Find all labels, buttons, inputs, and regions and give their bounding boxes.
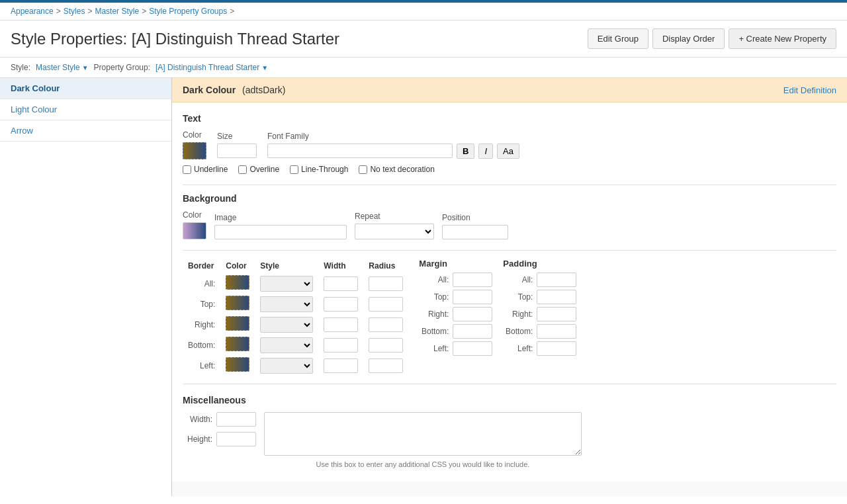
- bg-repeat-label: Repeat: [355, 212, 434, 221]
- overline-checkbox[interactable]: [238, 165, 247, 174]
- style-info-bar: Style: Master Style ▼ Property Group: [A…: [0, 58, 847, 78]
- margin-input-4[interactable]: [453, 341, 492, 356]
- border-style-select-0[interactable]: soliddasheddotteddoublenone: [260, 276, 313, 292]
- sidebar-item-light-colour[interactable]: Light Colour: [0, 99, 171, 120]
- italic-button[interactable]: I: [478, 144, 493, 159]
- padding-row: Left:: [503, 341, 576, 356]
- style-label: Style:: [11, 63, 30, 72]
- padding-title: Padding: [503, 259, 576, 269]
- border-color-swatch-1[interactable]: [226, 296, 249, 310]
- border-style-select-2[interactable]: soliddasheddotteddoublenone: [260, 317, 313, 333]
- padding-row-label: Top:: [503, 292, 533, 302]
- border-style-header: Style: [255, 259, 318, 273]
- border-color-swatch-2[interactable]: [226, 316, 249, 331]
- padding-input-0[interactable]: [537, 273, 576, 287]
- border-color-swatch-3[interactable]: [226, 337, 249, 351]
- padding-input-3[interactable]: [537, 324, 576, 339]
- border-radius-input-4[interactable]: [369, 358, 403, 373]
- group-dropdown[interactable]: [A] Distinguish Thread Starter ▼: [156, 63, 268, 72]
- width-field: Width:: [183, 412, 256, 427]
- bold-button[interactable]: B: [457, 144, 474, 159]
- padding-row: All:: [503, 273, 576, 287]
- border-radius-input-3[interactable]: [369, 338, 403, 353]
- border-style-select-3[interactable]: soliddasheddotteddoublenone: [260, 337, 313, 353]
- padding-input-2[interactable]: [537, 307, 576, 321]
- bg-position-input[interactable]: [442, 225, 508, 239]
- linethrough-checkbox[interactable]: [290, 165, 298, 174]
- border-width-input-3[interactable]: [324, 338, 358, 353]
- width-input[interactable]: [216, 412, 256, 427]
- border-row: All: soliddasheddotteddoublenone: [183, 273, 408, 294]
- additional-css-textarea[interactable]: [264, 412, 582, 456]
- margin-input-2[interactable]: [453, 307, 492, 321]
- main-layout: Dark Colour Light Colour Arrow Dark Colo…: [0, 78, 847, 496]
- text-size-input[interactable]: [217, 144, 257, 158]
- header-buttons: Edit Group Display Order + Create New Pr…: [588, 28, 836, 49]
- border-margin-padding: Border Color Style Width Radius All:: [183, 259, 836, 376]
- font-family-input[interactable]: [267, 144, 453, 158]
- bg-repeat-group: Repeat repeat repeat-x repeat-y no-repea…: [355, 212, 434, 239]
- bg-position-group: Position: [442, 213, 508, 239]
- margin-input-1[interactable]: [453, 290, 492, 304]
- border-row-label: All:: [183, 273, 220, 294]
- border-style-select-4[interactable]: soliddasheddotteddoublenone: [260, 358, 313, 374]
- underline-checkbox-item[interactable]: Underline: [183, 165, 228, 174]
- linethrough-checkbox-item[interactable]: Line-Through: [290, 165, 348, 174]
- margin-input-0[interactable]: [453, 273, 492, 287]
- overline-checkbox-item[interactable]: Overline: [238, 165, 279, 174]
- create-new-property-button[interactable]: + Create New Property: [729, 28, 836, 49]
- misc-left: Width: Height:: [183, 412, 256, 446]
- margin-row: Bottom:: [419, 324, 492, 339]
- border-radius-header: Radius: [363, 259, 408, 273]
- style-dropdown[interactable]: Master Style ▼: [36, 63, 89, 72]
- padding-row: Right:: [503, 307, 576, 321]
- chevron-down-icon: ▼: [82, 64, 89, 71]
- breadcrumb-property-groups[interactable]: Style Property Groups: [149, 7, 227, 16]
- border-color-swatch-0[interactable]: [226, 275, 249, 290]
- breadcrumb-appearance[interactable]: Appearance: [11, 7, 54, 16]
- bg-color-label: Color: [183, 210, 206, 220]
- padding-input-1[interactable]: [537, 290, 576, 304]
- border-color-swatch-4[interactable]: [226, 357, 249, 372]
- sidebar-item-arrow[interactable]: Arrow: [0, 120, 171, 142]
- bg-color-swatch[interactable]: [183, 222, 206, 239]
- property-title: Dark Colour (adtsDark): [183, 85, 285, 95]
- text-color-swatch[interactable]: [183, 142, 206, 159]
- border-radius-input-0[interactable]: [369, 276, 403, 291]
- border-style-select-1[interactable]: soliddasheddotteddoublenone: [260, 296, 313, 312]
- height-input[interactable]: [216, 432, 256, 446]
- edit-group-button[interactable]: Edit Group: [588, 28, 648, 49]
- breadcrumb-styles[interactable]: Styles: [64, 7, 85, 16]
- border-radius-input-2[interactable]: [369, 317, 403, 332]
- divider-1: [183, 185, 836, 185]
- nodecoration-checkbox-item[interactable]: No text decoration: [359, 165, 434, 174]
- border-row-label: Left:: [183, 355, 220, 376]
- misc-section-title: Miscellaneous: [183, 395, 836, 405]
- margin-row: All:: [419, 273, 492, 287]
- margin-row: Right:: [419, 307, 492, 321]
- height-field: Height:: [183, 432, 256, 446]
- underline-checkbox[interactable]: [183, 165, 191, 174]
- css-hint: Use this box to enter any additional CSS…: [264, 458, 582, 471]
- border-width-input-4[interactable]: [324, 358, 358, 373]
- breadcrumb-master-style[interactable]: Master Style: [95, 7, 139, 16]
- font-family-group: Font Family B I Aa: [267, 132, 519, 159]
- chevron-down-icon-2: ▼: [261, 64, 268, 71]
- border-width-input-1[interactable]: [324, 297, 358, 312]
- border-width-input-0[interactable]: [324, 276, 358, 291]
- font-size-button[interactable]: Aa: [497, 144, 519, 159]
- padding-input-4[interactable]: [537, 341, 576, 356]
- bg-position-label: Position: [442, 213, 508, 222]
- height-label: Height:: [183, 435, 212, 444]
- padding-row-label: Right:: [503, 310, 533, 319]
- edit-definition-link[interactable]: Edit Definition: [783, 85, 836, 95]
- bg-repeat-select[interactable]: repeat repeat-x repeat-y no-repeat: [355, 224, 434, 239]
- margin-input-3[interactable]: [453, 324, 492, 339]
- sidebar-item-dark-colour[interactable]: Dark Colour: [0, 78, 171, 99]
- border-width-input-2[interactable]: [324, 317, 358, 332]
- misc-row: Width: Height: Use this box to enter any…: [183, 412, 836, 471]
- nodecoration-checkbox[interactable]: [359, 165, 367, 174]
- border-radius-input-1[interactable]: [369, 297, 403, 312]
- bg-image-input[interactable]: [214, 225, 347, 239]
- display-order-button[interactable]: Display Order: [652, 28, 725, 49]
